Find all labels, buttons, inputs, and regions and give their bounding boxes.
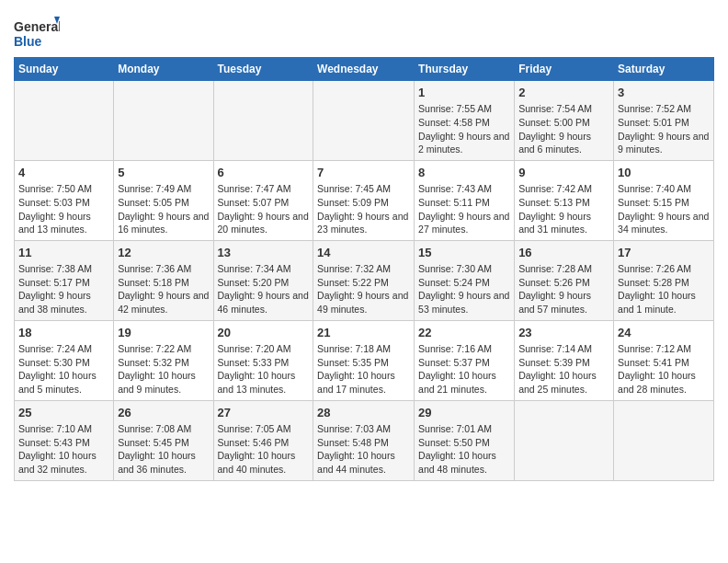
day-info: Sunset: 5:24 PM (418, 276, 510, 290)
day-info: Sunrise: 7:45 AM (317, 182, 410, 196)
day-info: Sunrise: 7:18 AM (317, 342, 410, 356)
day-info: Sunset: 5:13 PM (518, 196, 609, 210)
day-info: Daylight: 10 hours and 40 minutes. (218, 449, 310, 476)
day-cell (213, 81, 313, 161)
day-cell: 15Sunrise: 7:30 AMSunset: 5:24 PMDayligh… (415, 240, 515, 320)
day-info: Sunrise: 7:55 AM (418, 102, 510, 116)
day-info: Daylight: 10 hours and 9 minutes. (118, 369, 209, 396)
day-info: Sunset: 5:30 PM (18, 356, 109, 370)
day-info: Sunrise: 7:38 AM (18, 262, 109, 276)
day-number: 12 (118, 245, 209, 261)
day-info: Daylight: 9 hours and 13 minutes. (18, 210, 109, 236)
day-info: Sunrise: 7:47 AM (218, 182, 310, 196)
day-cell: 28Sunrise: 7:03 AMSunset: 5:48 PMDayligh… (313, 400, 415, 480)
day-info: Sunrise: 7:24 AM (18, 342, 109, 356)
day-number: 4 (18, 165, 109, 181)
day-info: Sunset: 5:32 PM (118, 356, 209, 370)
day-info: Sunrise: 7:03 AM (317, 422, 410, 436)
day-info: Daylight: 9 hours and 20 minutes. (218, 210, 310, 236)
day-info: Daylight: 9 hours and 42 minutes. (118, 289, 209, 316)
day-cell: 13Sunrise: 7:34 AMSunset: 5:20 PMDayligh… (213, 240, 313, 320)
calendar-table: SundayMondayTuesdayWednesdayThursdayFrid… (14, 57, 714, 481)
day-cell (114, 81, 213, 161)
day-info: Sunset: 5:39 PM (518, 356, 609, 370)
day-info: Daylight: 10 hours and 36 minutes. (118, 449, 209, 476)
day-number: 1 (418, 85, 510, 101)
day-cell (313, 81, 415, 161)
day-info: Sunrise: 7:10 AM (18, 422, 109, 436)
day-info: Sunset: 5:37 PM (418, 356, 510, 370)
day-number: 19 (118, 325, 209, 341)
day-info: Sunset: 5:07 PM (218, 196, 310, 210)
day-cell: 7Sunrise: 7:45 AMSunset: 5:09 PMDaylight… (313, 160, 415, 240)
day-info: Sunset: 5:03 PM (18, 196, 109, 210)
day-number: 25 (18, 405, 109, 421)
day-info: Sunrise: 7:43 AM (418, 182, 510, 196)
day-info: Daylight: 9 hours and 38 minutes. (18, 289, 109, 316)
col-header-wednesday: Wednesday (313, 58, 415, 81)
day-info: Daylight: 10 hours and 25 minutes. (518, 369, 609, 396)
day-number: 17 (618, 245, 710, 261)
day-info: Sunset: 5:20 PM (218, 276, 310, 290)
day-number: 21 (317, 325, 410, 341)
day-info: Sunset: 5:11 PM (418, 196, 510, 210)
day-number: 13 (218, 245, 310, 261)
day-cell: 9Sunrise: 7:42 AMSunset: 5:13 PMDaylight… (515, 160, 614, 240)
col-header-tuesday: Tuesday (213, 58, 313, 81)
day-number: 8 (418, 165, 510, 181)
day-number: 7 (317, 165, 410, 181)
day-cell: 6Sunrise: 7:47 AMSunset: 5:07 PMDaylight… (213, 160, 313, 240)
day-cell: 3Sunrise: 7:52 AMSunset: 5:01 PMDaylight… (614, 81, 714, 161)
day-info: Sunrise: 7:34 AM (218, 262, 310, 276)
day-info: Sunset: 5:00 PM (518, 116, 609, 130)
day-info: Sunrise: 7:30 AM (418, 262, 510, 276)
day-number: 24 (618, 325, 710, 341)
logo: General Blue (14, 15, 60, 52)
day-info: Sunrise: 7:42 AM (518, 182, 609, 196)
day-info: Sunset: 5:15 PM (618, 196, 710, 210)
day-info: Sunrise: 7:08 AM (118, 422, 209, 436)
day-info: Sunset: 5:45 PM (118, 436, 209, 450)
day-info: Daylight: 9 hours and 27 minutes. (418, 210, 510, 236)
col-header-saturday: Saturday (614, 58, 714, 81)
day-cell: 4Sunrise: 7:50 AMSunset: 5:03 PMDaylight… (15, 160, 114, 240)
day-info: Sunset: 5:35 PM (317, 356, 410, 370)
day-info: Daylight: 10 hours and 5 minutes. (18, 369, 109, 396)
day-info: Sunset: 5:01 PM (618, 116, 710, 130)
header: General Blue (14, 9, 714, 52)
logo-svg: General Blue (14, 15, 60, 52)
day-cell: 10Sunrise: 7:40 AMSunset: 5:15 PMDayligh… (614, 160, 714, 240)
day-cell: 2Sunrise: 7:54 AMSunset: 5:00 PMDaylight… (515, 81, 614, 161)
day-info: Sunset: 5:17 PM (18, 276, 109, 290)
week-row-4: 18Sunrise: 7:24 AMSunset: 5:30 PMDayligh… (15, 320, 714, 400)
day-cell: 24Sunrise: 7:12 AMSunset: 5:41 PMDayligh… (614, 320, 714, 400)
day-info: Sunset: 5:50 PM (418, 436, 510, 450)
week-row-5: 25Sunrise: 7:10 AMSunset: 5:43 PMDayligh… (15, 400, 714, 480)
day-cell: 12Sunrise: 7:36 AMSunset: 5:18 PMDayligh… (114, 240, 213, 320)
day-number: 9 (518, 165, 609, 181)
day-info: Sunrise: 7:54 AM (518, 102, 609, 116)
day-number: 23 (518, 325, 609, 341)
day-number: 26 (118, 405, 209, 421)
day-number: 16 (518, 245, 609, 261)
day-info: Sunset: 5:22 PM (317, 276, 410, 290)
day-info: Sunrise: 7:26 AM (618, 262, 710, 276)
day-info: Daylight: 10 hours and 21 minutes. (418, 369, 510, 396)
day-info: Sunrise: 7:22 AM (118, 342, 209, 356)
day-number: 11 (18, 245, 109, 261)
day-info: Daylight: 9 hours and 46 minutes. (218, 289, 310, 316)
day-info: Daylight: 9 hours and 2 minutes. (418, 130, 510, 156)
day-info: Sunrise: 7:20 AM (218, 342, 310, 356)
day-number: 27 (218, 405, 310, 421)
day-info: Sunrise: 7:16 AM (418, 342, 510, 356)
day-number: 15 (418, 245, 510, 261)
day-info: Sunset: 5:28 PM (618, 276, 710, 290)
day-info: Daylight: 9 hours and 6 minutes. (518, 130, 609, 156)
day-cell: 17Sunrise: 7:26 AMSunset: 5:28 PMDayligh… (614, 240, 714, 320)
day-info: Sunrise: 7:12 AM (618, 342, 710, 356)
day-info: Sunset: 5:05 PM (118, 196, 209, 210)
day-info: Sunrise: 7:14 AM (518, 342, 609, 356)
day-info: Daylight: 9 hours and 53 minutes. (418, 289, 510, 316)
day-cell: 16Sunrise: 7:28 AMSunset: 5:26 PMDayligh… (515, 240, 614, 320)
day-info: Sunrise: 7:36 AM (118, 262, 209, 276)
